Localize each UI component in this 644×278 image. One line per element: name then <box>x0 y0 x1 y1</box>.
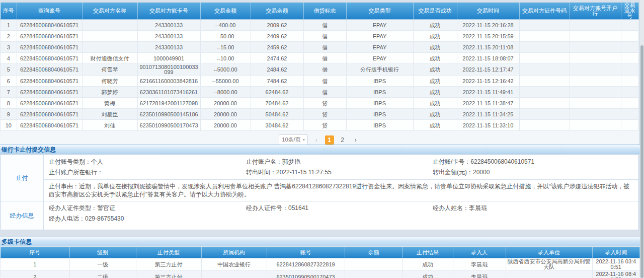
column-header: 交易对方账卡号 <box>137 3 200 20</box>
table-cell: IBPS <box>346 109 413 120</box>
table-cell: 2022-11-15 20:16:28 <box>457 20 519 31</box>
table-cell: 8 <box>1 98 17 109</box>
column-header: 账号 <box>267 247 345 258</box>
table-cell: 2022-11-15 20:11:08 <box>457 42 519 53</box>
table-cell <box>621 109 639 120</box>
table-cell: EPAY <box>346 42 413 53</box>
table-cell: 20000.00 <box>200 120 251 131</box>
table-cell: 1 <box>1 20 17 31</box>
table-cell: 2022-11-15 11:34:25 <box>457 109 519 120</box>
column-header: 止付类型 <box>136 247 201 258</box>
column-header: 余额 <box>345 247 403 258</box>
table-row[interactable]: 76228450068040610571郭梦婷62303611010734162… <box>1 87 639 98</box>
column-header: 录入人 <box>453 247 506 258</box>
table-cell: 243300133 <box>137 20 200 31</box>
table-row[interactable]: 1一级第三方止付中国农业银行6228412860827322819成功李晨琨陕西… <box>1 258 640 271</box>
table-cell: 20000.00 <box>200 109 251 120</box>
table-cell <box>82 42 137 53</box>
table-cell <box>621 120 639 131</box>
table-cell: IBPS <box>346 87 413 98</box>
table-cell: 6230361101073416261 <box>137 87 200 98</box>
table-cell: 刘佳 <box>82 120 137 131</box>
page-1-button[interactable]: 1 <box>325 135 334 145</box>
multicard-table: 序号级别止付类型所属机构账号余额止付结果录入人录入单位录入时间 1一级第三方止付… <box>0 247 640 278</box>
page-2-button[interactable]: 2 <box>338 135 347 145</box>
column-header: 交易对方名称 <box>82 3 137 20</box>
prev-page-button[interactable]: ‹ <box>312 135 321 145</box>
table-cell: 成功 <box>413 109 457 120</box>
column-header: 所属机构 <box>201 247 267 258</box>
table-row[interactable]: 2二级第三方止付6235010990500170473成功李晨琨2022-11-… <box>1 271 640 278</box>
table-cell: 成功 <box>403 258 453 271</box>
field-transfer-out-amount: 转出金额(元)：20000 <box>433 167 638 178</box>
table-cell: 借 <box>303 31 346 42</box>
column-header: 交易时间 <box>457 3 519 20</box>
table-cell <box>201 271 267 278</box>
table-cell <box>519 31 570 42</box>
table-cell: 10 <box>1 120 17 131</box>
stop-payment-info-box: 止付 止付账号类别：个人 止付账户名：郭梦艳 止付账/卡号：6228450068… <box>0 155 639 230</box>
agent-group-label: 经办信息 <box>1 201 44 230</box>
table-row[interactable]: 16228450068040610571243300133--400.00200… <box>1 20 639 31</box>
table-cell <box>570 109 621 120</box>
table-cell: 20000.00 <box>200 98 251 109</box>
scrollbar-thumb[interactable] <box>640 45 643 278</box>
table-cell: 第三方止付 <box>136 258 201 271</box>
table-row[interactable]: 56228450068040610571何雪琴90107130801001000… <box>1 64 639 76</box>
table-cell: 2484.62 <box>251 64 303 76</box>
table-cell: 2022-11-16 03:40:51 <box>592 258 640 271</box>
table-row[interactable]: 96228450068040610571刘星臣62350109905001451… <box>1 109 639 120</box>
table-cell: 6228450068040610571 <box>17 76 82 87</box>
stop-payment-content: 止付账号类别：个人 止付账户名：郭梦艳 止付账/卡号：6228450068040… <box>44 155 638 201</box>
table-cell: 财付通微信支付 <box>82 53 137 64</box>
column-header: 交易类型 <box>346 3 413 20</box>
table-cell: 借 <box>303 42 346 53</box>
table-cell: 借 <box>303 76 346 87</box>
vertical-scrollbar[interactable] <box>640 0 644 278</box>
table-cell: --10.00 <box>200 53 251 64</box>
table-cell: --55000.00 <box>200 76 251 87</box>
column-header: 录入时间 <box>592 247 640 258</box>
table-cell: --50.00 <box>200 31 251 42</box>
table-cell <box>570 120 621 131</box>
table-cell <box>519 20 570 31</box>
page-size-select[interactable]: 10条/页 ▾ <box>279 134 307 145</box>
table-cell: 李晨琨 <box>453 271 506 278</box>
column-header: 序号 <box>1 247 70 258</box>
table-cell: 6217281942001127098 <box>137 98 200 109</box>
table-cell <box>519 109 570 120</box>
table-cell <box>621 76 639 87</box>
table-cell: 6235010990500170473 <box>267 271 345 278</box>
table-cell: EPAY <box>346 31 413 42</box>
table-cell: IBPS <box>346 76 413 87</box>
table-cell: 2022-11-15 11:38:47 <box>457 98 519 109</box>
table-cell: 中国农业银行 <box>201 258 267 271</box>
table-row[interactable]: 86228450068040610571黄梅621728194200112709… <box>1 98 639 109</box>
table-cell <box>519 76 570 87</box>
table-cell: EPAY <box>346 53 413 64</box>
table-cell: 2022-11-15 11:49:41 <box>457 87 519 98</box>
field-stop-account-name: 止付账户名：郭梦艳 <box>246 157 433 167</box>
stop-payment-fields: 止付账号类别：个人 止付账户名：郭梦艳 止付账/卡号：6228450068040… <box>44 155 638 179</box>
table-row[interactable]: 66228450068040610571何晓芳62166116000038428… <box>1 76 639 87</box>
table-row[interactable]: 106228450068040610571刘佳62350109905001704… <box>1 120 639 131</box>
table-cell: 2459.62 <box>251 42 303 53</box>
column-header: 交易金额 <box>200 3 251 20</box>
table-row[interactable]: 46228450068040610571财付通微信支付1000049901--1… <box>1 53 639 64</box>
table-cell: 陕西省西安市公安局高新分局刑警大队 <box>506 258 592 271</box>
table-row[interactable]: 36228450068040610571243300133--15.002459… <box>1 42 639 53</box>
table-cell: 借 <box>303 20 346 31</box>
next-page-button[interactable]: › <box>351 135 360 145</box>
table-cell: 第三方止付 <box>136 271 201 278</box>
table-cell: --8000.00 <box>200 87 251 98</box>
table-cell: 何雪琴 <box>82 64 137 76</box>
table-row[interactable]: 26228450068040610571243300133--50.002409… <box>1 31 639 42</box>
table-cell <box>570 53 621 64</box>
page-size-label: 10条/页 <box>282 136 300 144</box>
table-cell: 分行版手机银行 <box>346 64 413 76</box>
table-cell <box>621 20 639 31</box>
table-cell: 黄梅 <box>82 98 137 109</box>
table-cell <box>570 98 621 109</box>
table-cell: 5 <box>1 64 17 76</box>
table-cell <box>82 31 137 42</box>
